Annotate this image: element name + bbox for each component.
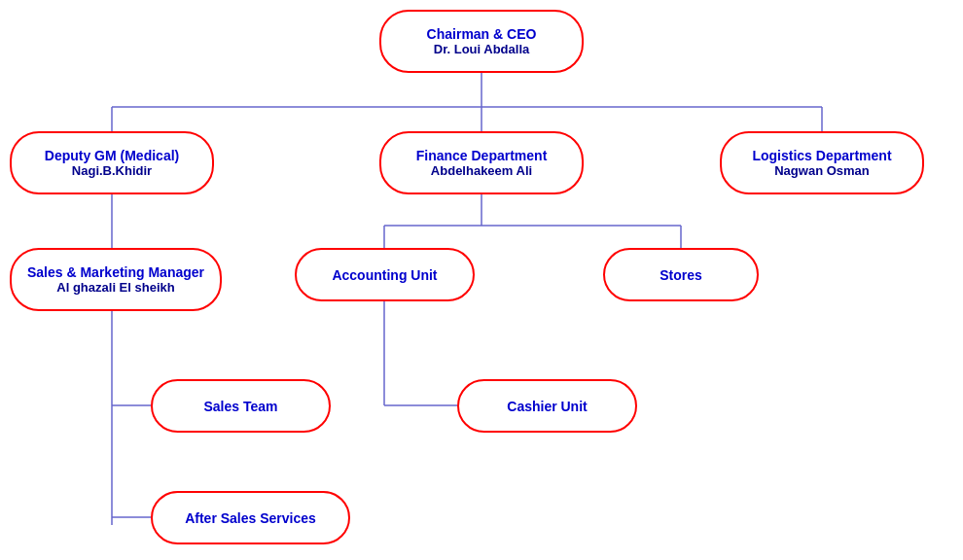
after-sales-node: After Sales Services: [151, 491, 350, 544]
chairman-title: Chairman & CEO: [427, 26, 537, 42]
deputy-gm-subtitle: Nagi.B.Khidir: [72, 163, 152, 178]
chairman-subtitle: Dr. Loui Abdalla: [434, 42, 529, 56]
org-chart: Chairman & CEO Dr. Loui Abdalla Deputy G…: [0, 0, 963, 560]
sales-team-node: Sales Team: [151, 379, 331, 433]
sales-manager-node: Sales & Marketing Manager Al ghazali El …: [10, 248, 222, 311]
sales-manager-title: Sales & Marketing Manager: [27, 264, 204, 280]
logistics-title: Logistics Department: [752, 148, 891, 163]
accounting-title: Accounting Unit: [332, 267, 437, 283]
stores-node: Stores: [603, 248, 759, 301]
finance-subtitle: Abdelhakeem Ali: [431, 163, 532, 178]
chairman-node: Chairman & CEO Dr. Loui Abdalla: [379, 10, 584, 73]
cashier-title: Cashier Unit: [507, 399, 587, 414]
stores-title: Stores: [660, 267, 702, 283]
after-sales-title: After Sales Services: [185, 510, 316, 526]
finance-title: Finance Department: [416, 148, 548, 163]
logistics-node: Logistics Department Nagwan Osman: [720, 131, 924, 194]
finance-node: Finance Department Abdelhakeem Ali: [379, 131, 584, 194]
sales-team-title: Sales Team: [203, 399, 277, 414]
deputy-gm-node: Deputy GM (Medical) Nagi.B.Khidir: [10, 131, 214, 194]
sales-manager-subtitle: Al ghazali El sheikh: [56, 280, 174, 295]
deputy-gm-title: Deputy GM (Medical): [45, 148, 179, 163]
logistics-subtitle: Nagwan Osman: [774, 163, 870, 178]
cashier-node: Cashier Unit: [457, 379, 637, 433]
accounting-node: Accounting Unit: [295, 248, 475, 301]
